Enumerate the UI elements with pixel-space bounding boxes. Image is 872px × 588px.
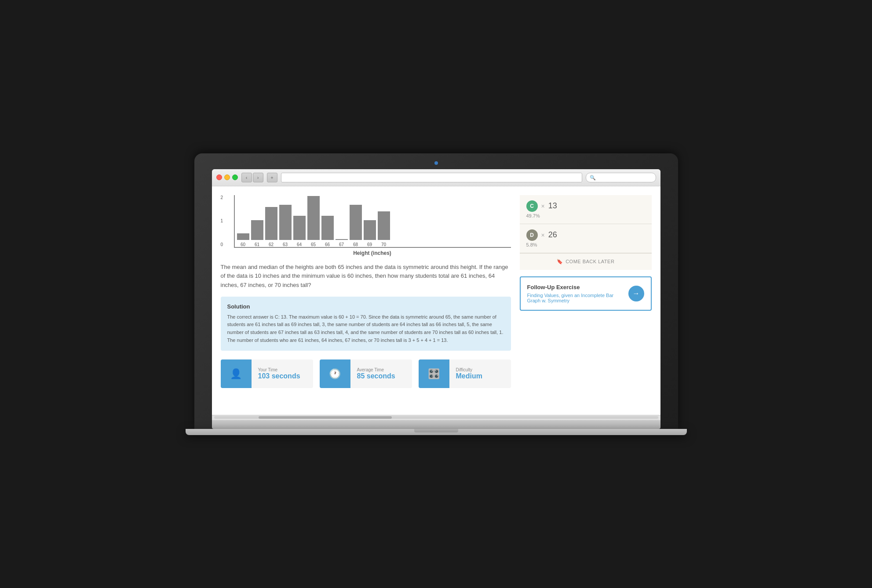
bar-group-67: 67 [336, 239, 348, 247]
left-panel: 2 1 0 60 61 62 63 64 [221, 195, 511, 406]
stat-icon-box-1: 🕐 [320, 359, 350, 388]
bar-label-65: 65 [311, 242, 316, 247]
laptop-hinge [414, 429, 458, 432]
followup-subtitle: Finding Values, given an Incomplete Bar … [527, 293, 624, 303]
stat-label-0: Your Time [258, 367, 306, 372]
followup-title: Follow-Up Exercise [527, 284, 624, 290]
browser-toolbar: ‹ › + [212, 169, 660, 186]
bar-group-69: 69 [364, 220, 376, 247]
followup-exercise-box: Follow-Up Exercise Finding Values, given… [520, 276, 652, 311]
y-axis-labels: 2 1 0 [221, 195, 223, 248]
answer-row-C: C × 13 [526, 200, 645, 212]
laptop-frame: ‹ › + 2 1 0 [194, 153, 678, 435]
stat-icon-1: 🕐 [329, 368, 341, 380]
stat-label-1: Average Time [357, 367, 405, 372]
bar-label-60: 60 [241, 242, 245, 247]
chart-area: 60 61 62 63 64 65 66 67 68 69 70 [234, 195, 511, 248]
bar-64 [293, 216, 306, 240]
bar-group-64: 64 [293, 216, 306, 247]
stat-value-0: 103 seconds [258, 372, 306, 380]
answer-option-C[interactable]: C × 13 49.7% [520, 195, 652, 224]
back-button[interactable]: ‹ [241, 173, 252, 182]
bar-label-68: 68 [353, 242, 358, 247]
bar-69 [364, 220, 376, 240]
bar-label-66: 66 [325, 242, 330, 247]
bar-label-67: 67 [339, 242, 344, 247]
right-panel: C × 13 49.7% D × 26 5.8% 🔖 COME BACK LAT… [520, 195, 652, 406]
bar-group-63: 63 [279, 205, 292, 247]
stat-icon-box-2: 🎛️ [419, 359, 449, 388]
scrollbar-area [212, 415, 660, 420]
screen-bezel: ‹ › + 2 1 0 [194, 153, 678, 429]
followup-arrow-button[interactable]: → [628, 286, 644, 301]
stat-text-box-0: Your Time 103 seconds [252, 359, 313, 388]
answer-percent-C: 49.7% [526, 213, 645, 218]
answer-number-C: 13 [548, 201, 557, 211]
forward-button[interactable]: › [253, 173, 263, 182]
bar-63 [279, 205, 292, 240]
bar-group-62: 62 [265, 207, 277, 247]
stat-card-average-time: 🕐 Average Time 85 seconds [320, 359, 412, 388]
answer-circle-C: C [526, 200, 538, 212]
stat-text-box-2: Difficulty Medium [449, 359, 511, 388]
bookmark-icon: 🔖 [557, 259, 563, 265]
bar-61 [251, 220, 263, 240]
traffic-lights [216, 174, 238, 180]
laptop-base [186, 429, 687, 435]
bar-label-61: 61 [255, 242, 259, 247]
bar-label-62: 62 [269, 242, 274, 247]
bar-group-70: 70 [378, 211, 390, 247]
close-button[interactable] [216, 174, 222, 180]
answer-option-D[interactable]: D × 26 5.8% [520, 224, 652, 253]
browser-window: ‹ › + 2 1 0 [212, 169, 660, 420]
question-text: The mean and median of the heights are b… [221, 263, 511, 290]
bar-group-61: 61 [251, 220, 263, 247]
stat-text-box-1: Average Time 85 seconds [350, 359, 412, 388]
stat-icon-0: 👤 [230, 368, 242, 380]
maximize-button[interactable] [232, 174, 238, 180]
answer-x-D: × [541, 232, 545, 239]
address-bar[interactable] [281, 173, 582, 182]
come-back-label: COME BACK LATER [566, 259, 614, 264]
scrollbar-track[interactable] [214, 416, 658, 419]
bar-group-68: 68 [350, 205, 362, 247]
stats-bar: 👤 Your Time 103 seconds 🕐 Average Time 8… [221, 359, 511, 388]
bar-60 [237, 233, 249, 240]
browser-content: 2 1 0 60 61 62 63 64 [212, 186, 660, 415]
answer-row-D: D × 26 [526, 229, 645, 241]
y-label-0: 0 [221, 242, 223, 247]
nav-arrows: ‹ › [241, 173, 263, 182]
bar-group-66: 66 [321, 216, 334, 247]
solution-text: The correct answer is C: 13. The maximum… [227, 313, 504, 344]
bar-65 [307, 196, 320, 240]
stat-label-2: Difficulty [456, 367, 504, 372]
bar-label-63: 63 [283, 242, 288, 247]
camera-dot [434, 161, 438, 165]
answer-circle-D: D [526, 229, 538, 241]
answer-percent-D: 5.8% [526, 242, 645, 247]
followup-text: Follow-Up Exercise Finding Values, given… [527, 284, 624, 303]
bar-62 [265, 207, 277, 240]
bar-label-70: 70 [381, 242, 386, 247]
come-back-later-button[interactable]: 🔖 COME BACK LATER [520, 253, 652, 270]
stat-value-2: Medium [456, 372, 504, 380]
bar-group-65: 65 [307, 196, 320, 247]
scrollbar-thumb[interactable] [259, 416, 392, 419]
bar-label-64: 64 [297, 242, 302, 247]
bar-group-60: 60 [237, 233, 249, 247]
stat-card-your-time: 👤 Your Time 103 seconds [221, 359, 313, 388]
answer-x-C: × [541, 203, 545, 210]
solution-title: Solution [227, 303, 504, 310]
add-tab-button[interactable]: + [267, 173, 277, 182]
answer-number-D: 26 [548, 230, 557, 240]
bar-70 [378, 211, 390, 240]
stat-value-1: 85 seconds [357, 372, 405, 380]
search-bar[interactable] [586, 173, 656, 182]
bar-68 [350, 205, 362, 240]
stat-icon-2: 🎛️ [428, 368, 440, 380]
solution-box: Solution The correct answer is C: 13. Th… [221, 297, 511, 351]
y-label-2: 2 [221, 195, 223, 200]
y-label-1: 1 [221, 218, 223, 223]
minimize-button[interactable] [224, 174, 230, 180]
stat-card-difficulty: 🎛️ Difficulty Medium [419, 359, 511, 388]
